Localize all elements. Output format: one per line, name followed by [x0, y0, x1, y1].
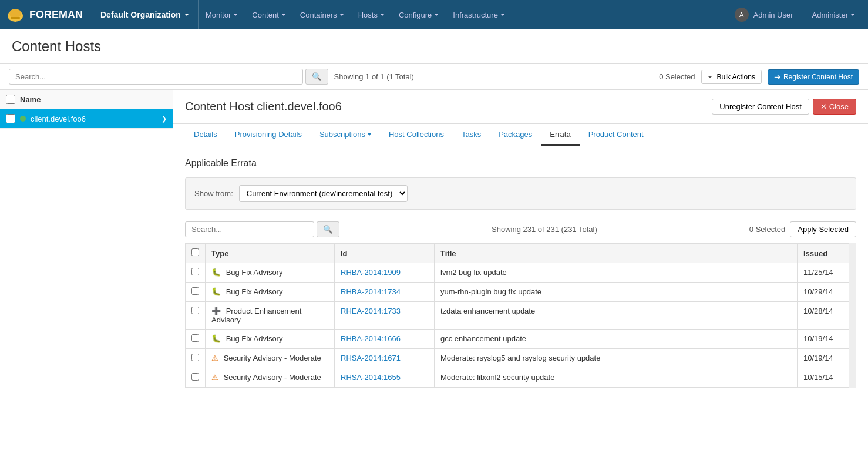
row-checkbox-cell — [186, 349, 206, 368]
errata-id-link[interactable]: RHBA-2014:1666 — [341, 334, 401, 343]
admin-user-menu[interactable]: A Admin User — [728, 8, 805, 22]
sidebar: Name client.devel.foo6 ❯ — [0, 90, 173, 474]
showing-text: Showing 1 of 1 (1 Total) — [334, 72, 654, 81]
host-link[interactable]: client.devel.foo6 — [31, 115, 86, 123]
host-checkbox[interactable] — [6, 114, 15, 123]
nav-monitor[interactable]: Monitor — [199, 0, 245, 29]
errata-table: Type Id Title Issued 🐛 Bug Fix Advisory … — [185, 243, 856, 388]
row-type-cell: ⚠ Security Advisory - Moderate — [206, 368, 335, 388]
nav-administer[interactable]: Administer — [805, 0, 862, 29]
row-id-cell: RHSA-2014:1671 — [335, 349, 435, 368]
tab-provisioning-details[interactable]: Provisioning Details — [226, 124, 311, 146]
register-content-host-button[interactable]: ➔ Register Content Host — [768, 69, 859, 85]
apply-selected-button[interactable]: Apply Selected — [790, 221, 856, 237]
show-from-label: Show from: — [194, 189, 233, 198]
type-label: Bug Fix Advisory — [226, 268, 283, 277]
monitor-caret-icon — [233, 14, 238, 16]
search-input[interactable] — [9, 69, 303, 85]
nav-infrastructure[interactable]: Infrastructure — [446, 0, 512, 29]
environment-select[interactable]: Current Environment (dev/incremental tes… — [239, 185, 408, 202]
type-label: Security Advisory - Moderate — [224, 373, 321, 382]
bulk-actions-button[interactable]: Bulk Actions — [701, 70, 762, 84]
table-row: 🐛 Bug Fix Advisory RHBA-2014:1666 gcc en… — [186, 330, 856, 349]
errata-count: Showing 231 of 231 (231 Total) — [492, 225, 597, 234]
type-header: Type — [206, 244, 335, 263]
app-title: FOREMAN — [29, 9, 83, 21]
nav-hosts[interactable]: Hosts — [351, 0, 392, 29]
close-icon: ✕ — [820, 102, 827, 111]
row-title-cell: gcc enhancement update — [435, 330, 798, 349]
svg-point-1 — [9, 9, 21, 18]
tab-packages[interactable]: Packages — [490, 124, 541, 146]
main-content: Content Host client.devel.foo6 Unregiste… — [173, 90, 868, 474]
org-selector[interactable]: Default Organization — [92, 0, 199, 29]
row-id-cell: RHSA-2014:1655 — [335, 368, 435, 388]
selected-count-label: 0 Selected — [659, 72, 695, 81]
nav-configure[interactable]: Configure — [392, 0, 446, 29]
errata-search-button[interactable]: 🔍 — [317, 221, 339, 237]
row-issued-cell: 10/28/14 — [798, 302, 856, 330]
admin-label: Admin User — [753, 11, 793, 19]
select-all-checkbox[interactable] — [6, 95, 15, 104]
row-title-cell: yum-rhn-plugin bug fix update — [435, 283, 798, 302]
errata-id-link[interactable]: RHBA-2014:1909 — [341, 268, 401, 277]
unregister-button[interactable]: Unregister Content Host — [712, 99, 809, 115]
row-checkbox-cell — [186, 330, 206, 349]
row-id-cell: RHBA-2014:1666 — [335, 330, 435, 349]
errata-id-link[interactable]: RHSA-2014:1671 — [341, 354, 401, 362]
tab-details[interactable]: Details — [185, 124, 226, 146]
host-status-icon — [20, 116, 26, 122]
type-label: Security Advisory - Moderate — [224, 354, 321, 362]
row-title-cell: Moderate: rsyslog5 and rsyslog security … — [435, 349, 798, 368]
admin-avatar: A — [735, 8, 749, 22]
close-button[interactable]: ✕ Close — [813, 99, 856, 115]
svg-rect-2 — [11, 17, 20, 19]
row-type-cell: 🐛 Bug Fix Advisory — [206, 283, 335, 302]
row-id-cell: RHEA-2014:1733 — [335, 302, 435, 330]
infrastructure-caret-icon — [500, 14, 505, 16]
nav-content[interactable]: Content — [245, 0, 293, 29]
tab-product-content[interactable]: Product Content — [580, 124, 652, 146]
type-label: Bug Fix Advisory — [226, 287, 283, 296]
tab-tasks[interactable]: Tasks — [453, 124, 490, 146]
table-row: ➕ Product Enhancement Advisory RHEA-2014… — [186, 302, 856, 330]
row-checkbox-0[interactable] — [191, 268, 199, 275]
row-issued-cell: 10/19/14 — [798, 349, 856, 368]
row-checkbox-2[interactable] — [191, 307, 199, 314]
type-label: Product Enhancement Advisory — [211, 307, 301, 324]
page-title: Content Hosts — [12, 38, 856, 55]
row-checkbox-1[interactable] — [191, 287, 199, 295]
row-issued-cell: 11/25/14 — [798, 263, 856, 283]
scrollbar[interactable] — [849, 243, 856, 388]
tab-bar: Details Provisioning Details Subscriptio… — [173, 124, 868, 146]
nav-containers[interactable]: Containers — [293, 0, 351, 29]
errata-search-input[interactable] — [185, 221, 314, 237]
table-header-row: Type Id Title Issued — [186, 244, 856, 263]
table-row: 🐛 Bug Fix Advisory RHBA-2014:1909 lvm2 b… — [186, 263, 856, 283]
org-name: Default Organization — [100, 10, 181, 19]
row-checkbox-5[interactable] — [191, 373, 199, 381]
configure-caret-icon — [434, 14, 439, 16]
tab-subscriptions[interactable]: Subscriptions — [311, 124, 380, 146]
row-checkbox-4[interactable] — [191, 354, 199, 361]
table-row: ⚠ Security Advisory - Moderate RHSA-2014… — [186, 349, 856, 368]
chevron-right-icon: ❯ — [162, 115, 167, 123]
host-list-item[interactable]: client.devel.foo6 ❯ — [0, 109, 173, 129]
errata-actions: 0 Selected Apply Selected — [749, 221, 856, 237]
row-checkbox-3[interactable] — [191, 334, 199, 342]
row-type-cell: ➕ Product Enhancement Advisory — [206, 302, 335, 330]
content-host-title: Content Host client.devel.foo6 — [185, 100, 342, 113]
errata-id-link[interactable]: RHSA-2014:1655 — [341, 373, 401, 382]
register-icon: ➔ — [774, 72, 781, 82]
errata-selected-count: 0 Selected — [749, 225, 785, 234]
type-icon: 🐛 — [211, 268, 221, 277]
errata-id-link[interactable]: RHBA-2014:1734 — [341, 287, 401, 296]
content-host-header: Content Host client.devel.foo6 Unregiste… — [173, 90, 868, 124]
id-header: Id — [335, 244, 435, 263]
search-button[interactable]: 🔍 — [305, 69, 328, 85]
tab-errata[interactable]: Errata — [541, 124, 579, 146]
tab-host-collections[interactable]: Host Collections — [380, 124, 453, 146]
brand: FOREMAN — [6, 5, 83, 24]
table-select-all[interactable] — [191, 248, 199, 256]
errata-id-link[interactable]: RHEA-2014:1733 — [341, 307, 401, 315]
